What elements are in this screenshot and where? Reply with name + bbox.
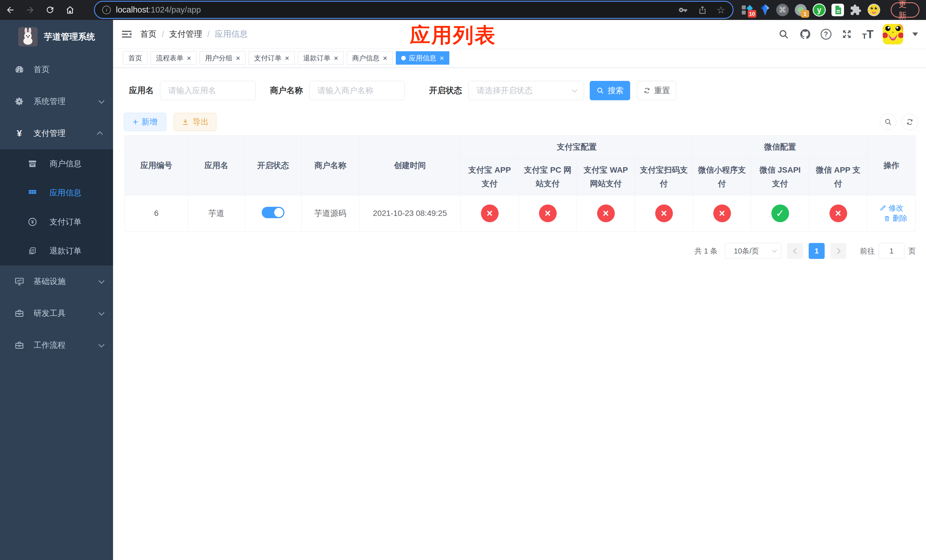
sidebar-item-pay-order[interactable]: ¥ 支付订单 bbox=[0, 207, 113, 236]
next-page-button[interactable] bbox=[830, 243, 846, 259]
chevron-down-icon bbox=[772, 248, 777, 253]
tag-refund-order[interactable]: 退款订单× bbox=[298, 51, 344, 65]
gear-icon bbox=[13, 97, 26, 106]
extension-recorder-icon[interactable]: 1 bbox=[794, 3, 807, 17]
sidebar-item-dev-tools[interactable]: 研发工具 bbox=[0, 297, 113, 329]
address-bar[interactable]: i localhost:1024/pay/app ☆ bbox=[94, 1, 734, 19]
reset-button[interactable]: 重置 bbox=[637, 81, 676, 100]
page-size-select[interactable]: 10条/页 bbox=[725, 243, 781, 259]
export-button[interactable]: 导出 bbox=[174, 113, 216, 131]
fullscreen-icon[interactable] bbox=[841, 28, 853, 41]
bookmark-star-icon[interactable]: ☆ bbox=[717, 5, 725, 15]
app-table: 应用编号 应用名 开启状态 商户名称 创建时间 支付宝配置 微信配置 操作 支付… bbox=[124, 135, 916, 232]
tag-merchant-info[interactable]: 商户信息× bbox=[347, 51, 393, 65]
extension-doc-icon[interactable] bbox=[831, 3, 844, 17]
edit-button[interactable]: 修改 bbox=[879, 203, 903, 213]
close-icon[interactable]: × bbox=[440, 54, 444, 62]
trash-icon bbox=[884, 215, 890, 222]
app-logo-row[interactable]: 芋道管理系统 bbox=[0, 20, 113, 53]
app-title: 芋道管理系统 bbox=[44, 31, 95, 43]
yuan-icon: ¥ bbox=[13, 128, 26, 139]
sidebar-item-pay[interactable]: ¥ 支付管理 bbox=[0, 117, 113, 149]
password-key-icon[interactable] bbox=[678, 5, 688, 15]
prev-page-button[interactable] bbox=[787, 243, 803, 259]
tag-user-group[interactable]: 用户分组× bbox=[200, 51, 245, 65]
close-icon[interactable]: × bbox=[383, 54, 387, 62]
merchant-name-input[interactable] bbox=[309, 81, 405, 100]
pagination: 共 1 条 10条/页 1 前往 页 bbox=[694, 243, 916, 259]
close-icon[interactable]: × bbox=[236, 54, 240, 62]
font-size-icon[interactable]: TT bbox=[862, 28, 874, 41]
browser-forward-icon[interactable] bbox=[25, 5, 35, 15]
extension-y-icon[interactable]: y bbox=[813, 3, 826, 17]
user-avatar[interactable] bbox=[883, 24, 903, 44]
sidebar-item-system[interactable]: 系统管理 bbox=[0, 85, 113, 117]
filter-form: 应用名 商户名称 开启状态 请选择开启状态 搜索 重置 bbox=[129, 81, 915, 100]
chevron-up-icon bbox=[97, 131, 103, 137]
extension-kite-icon[interactable] bbox=[760, 3, 770, 17]
delete-button[interactable]: 删除 bbox=[884, 213, 908, 223]
wechat-app-status-icon: × bbox=[829, 204, 847, 222]
col-wechat-jsapi: 微信 JSAPI 支付 bbox=[751, 158, 809, 195]
breadcrumb-pay[interactable]: 支付管理 bbox=[169, 29, 202, 40]
extensions-puzzle-icon[interactable] bbox=[850, 3, 862, 17]
sidebar-item-label: 工作流程 bbox=[33, 340, 65, 351]
close-icon[interactable]: × bbox=[334, 54, 338, 62]
top-navbar: 首页 / 支付管理 / 应用信息 应用列表 ? TT bbox=[113, 20, 926, 48]
breadcrumb: 首页 / 支付管理 / 应用信息 bbox=[140, 20, 248, 48]
sidebar-item-home[interactable]: 首页 bbox=[0, 53, 113, 85]
col-alipay-pc: 支付宝 PC 网站支付 bbox=[519, 158, 577, 195]
tag-home[interactable]: 首页 bbox=[123, 51, 147, 65]
tags-view-bar: 首页 流程表单× 用户分组× 支付订单× 退款订单× 商户信息× 应用信息× bbox=[113, 48, 926, 68]
col-alipay-wap: 支付宝 WAP 网站支付 bbox=[577, 158, 635, 195]
app-logo bbox=[18, 27, 38, 47]
close-icon[interactable]: × bbox=[187, 54, 191, 62]
sidebar-item-merchant-info[interactable]: 商户信息 bbox=[0, 149, 113, 178]
extension-tabs-icon[interactable]: 10 bbox=[741, 3, 754, 17]
browser-reload-icon[interactable] bbox=[45, 5, 55, 15]
cell-create-time: 2021-10-23 08:49:25 bbox=[359, 195, 461, 232]
merchant-name-label: 商户名称 bbox=[270, 85, 303, 96]
avatar-caret-icon[interactable] bbox=[912, 32, 918, 36]
header-search-icon[interactable] bbox=[777, 28, 790, 41]
close-icon[interactable]: × bbox=[285, 54, 289, 62]
refresh-table-button[interactable] bbox=[902, 114, 918, 130]
extension-command-icon[interactable]: ⌘ bbox=[776, 3, 789, 17]
sidebar-item-workflow[interactable]: 工作流程 bbox=[0, 329, 113, 361]
sidebar-item-label: 商户信息 bbox=[50, 158, 82, 169]
share-icon[interactable] bbox=[698, 5, 708, 15]
search-button[interactable]: 搜索 bbox=[590, 81, 630, 100]
col-app-name: 应用名 bbox=[188, 136, 245, 195]
browser-home-icon[interactable] bbox=[65, 5, 75, 15]
sidebar-item-infra[interactable]: 基础设施 bbox=[0, 265, 113, 297]
goto-page-input[interactable] bbox=[879, 243, 904, 259]
github-icon[interactable] bbox=[799, 28, 811, 41]
col-actions: 操作 bbox=[867, 136, 916, 195]
sidebar-item-label: 系统管理 bbox=[33, 96, 65, 107]
tag-app-info[interactable]: 应用信息× bbox=[396, 51, 449, 65]
open-status-toggle[interactable] bbox=[262, 207, 284, 218]
tag-pay-order[interactable]: 支付订单× bbox=[248, 51, 294, 65]
browser-update-button[interactable]: 更新 bbox=[891, 2, 920, 18]
open-status-select[interactable]: 请选择开启状态 bbox=[468, 81, 584, 100]
breadcrumb-home[interactable]: 首页 bbox=[140, 29, 157, 40]
help-icon[interactable]: ? bbox=[821, 29, 831, 39]
col-group-alipay: 支付宝配置 bbox=[461, 136, 693, 158]
profile-emoji-icon[interactable] bbox=[867, 3, 881, 17]
cell-app-id: 6 bbox=[125, 195, 188, 232]
download-icon bbox=[182, 118, 189, 126]
browser-back-icon[interactable] bbox=[5, 5, 15, 15]
add-button[interactable]: + 新增 bbox=[124, 113, 166, 131]
sidebar-item-app-info[interactable]: 应用信息 bbox=[0, 178, 113, 207]
app-name-input[interactable] bbox=[160, 81, 256, 100]
sidebar-item-label: 首页 bbox=[33, 64, 50, 75]
col-app-id: 应用编号 bbox=[125, 136, 188, 195]
site-info-icon[interactable]: i bbox=[102, 6, 111, 14]
sidebar-item-refund-order[interactable]: 退款订单 bbox=[0, 236, 113, 265]
page-1-button[interactable]: 1 bbox=[809, 243, 825, 259]
shop-icon bbox=[26, 159, 39, 169]
table-row: 6 芋道 芋道源码 2021-10-23 08:49:25 × × × × × … bbox=[125, 195, 916, 232]
show-search-toggle-button[interactable] bbox=[880, 114, 896, 130]
tag-process-form[interactable]: 流程表单× bbox=[151, 51, 197, 65]
sidebar-collapse-icon[interactable] bbox=[121, 28, 133, 42]
